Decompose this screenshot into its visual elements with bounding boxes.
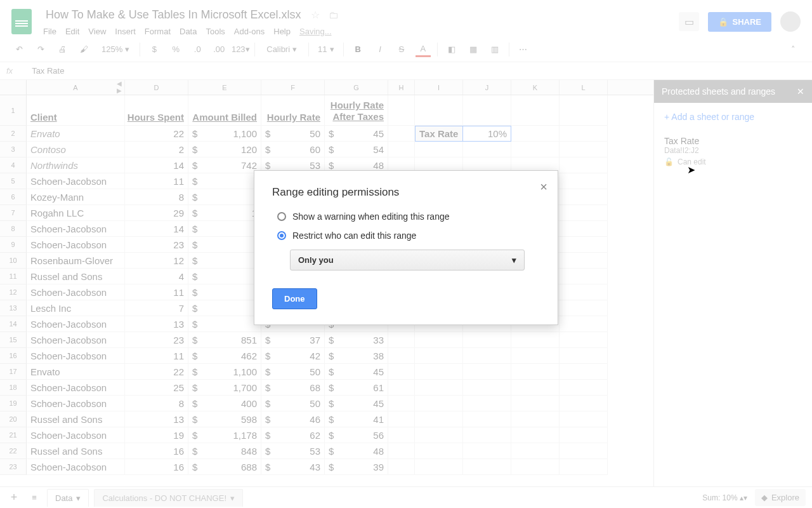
restrict-select[interactable]: Only you ▾ xyxy=(290,250,525,271)
option-restrict[interactable]: Restrict who can edit this range xyxy=(272,231,540,241)
close-dialog-button[interactable]: × xyxy=(540,180,547,194)
done-button[interactable]: Done xyxy=(272,288,317,309)
mouse-cursor-icon: ➤ xyxy=(687,164,695,176)
select-value: Only you xyxy=(298,255,334,265)
option-show-warning[interactable]: Show a warning when editing this range xyxy=(272,211,540,222)
chevron-down-icon: ▾ xyxy=(512,255,516,265)
radio-unchecked-icon xyxy=(277,212,286,221)
radio-checked-icon xyxy=(277,231,286,240)
option-label: Show a warning when editing this range xyxy=(292,211,450,222)
dialog-title: Range editing permissions xyxy=(272,186,540,199)
option-label: Restrict who can edit this range xyxy=(292,231,416,241)
range-permissions-dialog: × Range editing permissions Show a warni… xyxy=(254,170,558,325)
